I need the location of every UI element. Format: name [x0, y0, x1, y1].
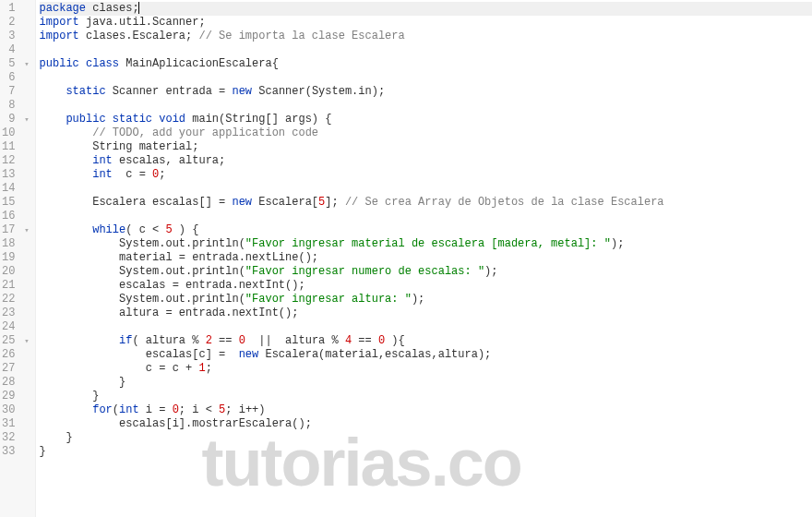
code-line[interactable]: if( altura % 2 == 0 || altura % 4 == 0 )…: [40, 334, 812, 348]
token-txt: [40, 403, 93, 416]
token-txt: [40, 334, 119, 347]
token-kw: new: [232, 85, 252, 98]
code-line[interactable]: c = c + 1;: [40, 362, 812, 376]
token-kw: int: [92, 168, 113, 181]
line-number: 4: [2, 43, 30, 57]
code-line[interactable]: }: [40, 445, 812, 459]
token-kw: for: [92, 403, 113, 416]
token-txt: );: [412, 293, 424, 306]
token-txt: ==: [352, 334, 378, 347]
line-number: 18: [2, 237, 30, 251]
token-num: 0: [239, 334, 245, 347]
code-line[interactable]: package clases;: [40, 2, 812, 16]
code-line[interactable]: int c = 0;: [40, 168, 812, 182]
token-txt: altura = entrada.nextInt();: [40, 307, 299, 319]
code-line[interactable]: }: [40, 431, 812, 445]
line-number: 27: [2, 362, 30, 376]
token-txt: }: [40, 376, 126, 389]
code-line[interactable]: String material;: [40, 140, 812, 154]
token-num: 1: [198, 362, 205, 375]
code-area[interactable]: tutorias.co package clases;import java.u…: [36, 0, 812, 517]
line-number: 15: [2, 196, 30, 210]
code-line[interactable]: [40, 71, 812, 85]
token-num: 5: [165, 223, 172, 236]
token-txt: clases;: [86, 2, 139, 15]
line-number: 22: [2, 293, 30, 307]
code-line[interactable]: [40, 43, 812, 57]
line-number: 24: [2, 320, 30, 334]
code-line[interactable]: // TODO, add your application code: [40, 126, 812, 140]
text-cursor: [138, 2, 139, 14]
code-line[interactable]: escalas[c] = new Escalera(material,escal…: [40, 348, 812, 362]
token-num: 2: [206, 334, 212, 347]
token-txt: }: [40, 431, 73, 444]
fold-indicator[interactable]: ▾: [22, 335, 30, 349]
code-line[interactable]: [40, 320, 812, 334]
code-line[interactable]: System.out.println("Favor ingresar mater…: [40, 237, 812, 251]
code-line[interactable]: escalas = entrada.nextInt();: [40, 279, 812, 293]
line-number: 20: [2, 265, 30, 279]
token-txt: ;: [206, 362, 212, 375]
line-number: 31: [2, 417, 30, 431]
fold-indicator[interactable]: ▾: [22, 58, 30, 72]
code-line[interactable]: for(int i = 0; i < 5; i++): [40, 403, 812, 417]
token-txt: main(String[] args) {: [185, 113, 331, 126]
token-txt: escalas = entrada.nextInt();: [40, 279, 305, 292]
code-line[interactable]: }: [40, 376, 812, 390]
code-line[interactable]: static Scanner entrada = new Scanner(Sys…: [40, 85, 812, 99]
token-txt: c = c +: [40, 362, 199, 375]
token-txt: ;: [159, 168, 165, 181]
code-line[interactable]: int escalas, altura;: [40, 154, 812, 168]
token-kw: import: [40, 30, 79, 42]
line-number: 33: [2, 445, 30, 459]
token-kw: new: [239, 348, 259, 361]
token-kw: int: [92, 154, 113, 167]
token-cmt: // Se crea Array de Objetos de la clase …: [345, 196, 664, 209]
code-line[interactable]: public static void main(String[] args) {: [40, 113, 812, 126]
code-line[interactable]: System.out.println("Favor ingresar altur…: [40, 293, 812, 307]
line-number: 23: [2, 307, 30, 320]
code-editor[interactable]: 1 2 3 4 5 ▾6 7 8 9 ▾10 11 12 13 14 15 16…: [0, 0, 812, 517]
token-txt: );: [611, 237, 624, 250]
token-txt: ){: [385, 334, 405, 347]
code-line[interactable]: import clases.Escalera; // Se importa la…: [40, 30, 812, 43]
token-txt: }: [40, 445, 46, 458]
line-number: 32: [2, 431, 30, 445]
token-kw: static: [66, 85, 105, 98]
code-line[interactable]: System.out.println("Favor ingresar numer…: [40, 265, 812, 279]
token-txt: c =: [113, 168, 152, 181]
code-line[interactable]: [40, 210, 812, 223]
code-line[interactable]: while( c < 5 ) {: [40, 223, 812, 237]
token-txt: MainAplicacionEscalera{: [119, 57, 279, 70]
token-kw: public class: [40, 57, 119, 70]
line-number: 13: [2, 168, 30, 182]
line-number: 11: [2, 140, 30, 154]
line-number: 29: [2, 390, 30, 403]
line-number: 3: [2, 30, 30, 43]
token-txt: [40, 154, 93, 167]
code-line[interactable]: [40, 182, 812, 196]
line-number: 28: [2, 376, 30, 390]
token-txt: clases.Escalera;: [79, 30, 199, 42]
line-number: 25 ▾: [2, 334, 30, 348]
code-line[interactable]: public class MainAplicacionEscalera{: [40, 57, 812, 71]
code-line[interactable]: material = entrada.nextLine();: [40, 251, 812, 265]
code-line[interactable]: Escalera escalas[] = new Escalera[5]; //…: [40, 196, 812, 210]
fold-indicator[interactable]: ▾: [22, 114, 30, 127]
line-number: 17 ▾: [2, 223, 30, 237]
code-line[interactable]: import java.util.Scanner;: [40, 16, 812, 30]
code-line[interactable]: escalas[i].mostrarEscalera();: [40, 417, 812, 431]
line-number: 19: [2, 251, 30, 265]
code-line[interactable]: altura = entrada.nextInt();: [40, 307, 812, 320]
code-line[interactable]: [40, 99, 812, 113]
line-number: 6: [2, 71, 30, 85]
token-txt: (: [113, 403, 119, 416]
line-number: 7: [2, 85, 30, 99]
line-number-gutter: 1 2 3 4 5 ▾6 7 8 9 ▾10 11 12 13 14 15 16…: [0, 0, 36, 517]
fold-indicator[interactable]: ▾: [22, 224, 30, 238]
token-txt: ==: [212, 334, 239, 347]
token-txt: System.out.println(: [40, 293, 245, 306]
token-num: 0: [173, 403, 179, 416]
line-number: 21: [2, 279, 30, 293]
code-line[interactable]: }: [40, 390, 812, 403]
